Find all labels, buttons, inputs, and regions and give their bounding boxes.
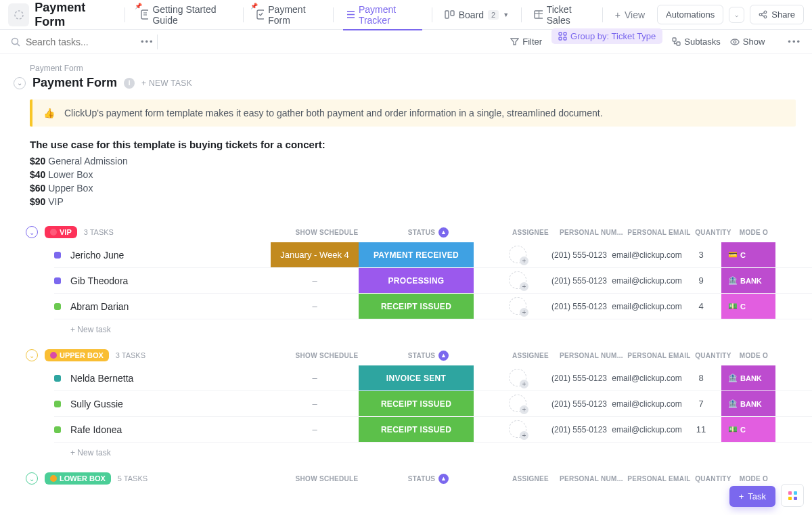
group-pill[interactable]: UPPER BOX [45,349,109,361]
task-name[interactable]: Rafe Idonea [70,424,271,435]
group-collapse-toggle[interactable]: ⌄ [26,349,38,361]
cell-phone[interactable]: (201) 555-0123 [545,374,613,383]
col-status[interactable]: STATUS ▲ [371,351,486,361]
task-name[interactable]: Abram Darian [70,301,271,312]
cell-assignee[interactable]: + [491,297,545,316]
add-assignee-icon[interactable]: + [520,308,528,317]
search-box[interactable] [11,37,127,47]
more-menu[interactable]: ••• [141,37,154,47]
col-personal-number[interactable]: PERSONAL NUM... [558,352,625,359]
cell-status[interactable]: INVOICE SENT [359,365,474,390]
add-assignee-icon[interactable]: + [520,282,528,291]
col-mode[interactable]: MODE O [734,352,774,359]
tab-payment-tracker[interactable]: Payment Tracker [336,0,429,30]
cell-phone[interactable]: (201) 555-0123 [545,302,613,311]
cell-mode[interactable]: 🏦BANK [721,365,775,390]
group-collapse-toggle[interactable]: ⌄ [26,226,38,238]
group-pill[interactable]: LOWER BOX [45,472,111,485]
col-personal-number[interactable]: PERSONAL NUM... [558,229,625,236]
add-assignee-icon[interactable]: + [520,256,528,265]
add-view-button[interactable]: + View [606,0,654,30]
task-row[interactable]: Abram Darian – RECEIPT ISSUED + (201) 55… [54,294,812,319]
col-show-schedule[interactable]: SHOW SCHEDULE [283,229,371,236]
cell-mode[interactable]: 💵C [721,294,775,319]
cell-mode[interactable]: 💵C [721,417,775,442]
group-collapse-toggle[interactable]: ⌄ [26,472,38,485]
col-personal-number[interactable]: PERSONAL NUM... [558,475,625,483]
cell-status[interactable]: PROCESSING [359,268,474,293]
col-quantity[interactable]: QUANTITY [693,229,734,236]
cell-status[interactable]: RECEIPT ISSUED [359,417,474,442]
task-name[interactable]: Gib Theodora [70,275,271,286]
cell-quantity[interactable]: 7 [681,399,721,409]
col-quantity[interactable]: QUANTITY [693,352,734,359]
cell-email[interactable]: email@clickup.com [613,374,681,383]
cell-quantity[interactable]: 8 [681,373,721,383]
new-task-row[interactable]: + New task [54,319,812,334]
add-assignee-icon[interactable]: + [520,380,528,388]
cell-mode[interactable]: 🏦BANK [721,391,775,416]
cell-status[interactable]: PAYMENT RECEIVED [359,242,474,267]
cell-assignee[interactable]: + [491,369,545,388]
col-personal-email[interactable]: PERSONAL EMAIL [625,475,693,483]
col-assignee[interactable]: ASSIGNEE [503,229,558,236]
col-assignee[interactable]: ASSIGNEE [503,352,558,359]
new-task-fab[interactable]: + Task [729,486,775,507]
search-input[interactable] [26,37,127,47]
col-assignee[interactable]: ASSIGNEE [503,475,558,483]
group-pill[interactable]: VIP [45,226,77,238]
app-icon[interactable] [8,3,29,26]
col-show-schedule[interactable]: SHOW SCHEDULE [283,475,371,483]
cell-email[interactable]: email@clickup.com [613,250,681,260]
cell-phone[interactable]: (201) 555-0123 [545,276,613,286]
cell-phone[interactable]: (201) 555-0123 [545,250,613,260]
task-row[interactable]: Rafe Idonea – RECEIPT ISSUED + (201) 555… [54,417,812,443]
cell-schedule[interactable]: – [271,391,359,416]
collapse-toggle[interactable]: ⌄ [14,77,26,89]
col-mode[interactable]: MODE O [734,229,774,236]
cell-schedule[interactable]: – [271,365,359,390]
cell-assignee[interactable]: + [491,246,545,265]
col-mode[interactable]: MODE O [734,475,774,483]
tab-board[interactable]: Board 2 ▼ [435,0,518,30]
group-by-button[interactable]: Group by: Ticket Type [551,28,662,44]
filter-button[interactable]: Filter [510,37,542,47]
cell-quantity[interactable]: 9 [681,275,721,286]
show-button[interactable]: Show [730,37,765,47]
col-personal-email[interactable]: PERSONAL EMAIL [625,229,693,236]
cell-email[interactable]: email@clickup.com [613,399,681,409]
col-personal-email[interactable]: PERSONAL EMAIL [625,352,693,359]
task-row[interactable]: Nelda Bernetta – INVOICE SENT + (201) 55… [54,365,812,391]
cell-assignee[interactable]: + [491,395,545,413]
cell-assignee[interactable]: + [491,271,545,290]
cell-mode[interactable]: 🏦BANK [721,268,775,293]
cell-email[interactable]: email@clickup.com [613,302,681,311]
cell-schedule[interactable]: – [271,268,359,293]
cell-phone[interactable]: (201) 555-0123 [545,399,613,409]
subtasks-button[interactable]: Subtasks [672,37,720,47]
task-row[interactable]: Gib Theodora – PROCESSING + (201) 555-01… [54,268,812,294]
info-icon[interactable]: i [124,78,135,89]
task-row[interactable]: Jericho June January - Week 4 PAYMENT RE… [54,242,812,268]
share-button[interactable]: Share [750,5,804,24]
add-assignee-icon[interactable]: + [520,405,528,414]
cell-phone[interactable]: (201) 555-0123 [545,425,613,434]
col-show-schedule[interactable]: SHOW SCHEDULE [283,352,371,359]
task-name[interactable]: Sully Gussie [70,399,271,409]
new-task-link[interactable]: + NEW TASK [141,79,192,88]
cell-quantity[interactable]: 11 [681,424,721,434]
cell-schedule[interactable]: – [271,294,359,319]
col-quantity[interactable]: QUANTITY [693,475,734,483]
new-task-row[interactable]: + New task [54,443,812,457]
add-assignee-icon[interactable]: + [520,431,528,440]
tab-payment-form[interactable]: 📌 Payment Form [246,0,331,30]
cell-schedule[interactable]: January - Week 4 [271,242,359,267]
task-row[interactable]: Sully Gussie – RECEIPT ISSUED + (201) 55… [54,391,812,417]
cell-status[interactable]: RECEIPT ISSUED [359,294,474,319]
apps-fab[interactable] [781,484,804,507]
tab-getting-started[interactable]: 📌 Getting Started Guide [131,0,240,30]
automations-button[interactable]: Automations [657,5,723,24]
cell-status[interactable]: RECEIPT ISSUED [359,391,474,416]
col-status[interactable]: STATUS ▲ [371,227,486,238]
cell-email[interactable]: email@clickup.com [613,276,681,286]
